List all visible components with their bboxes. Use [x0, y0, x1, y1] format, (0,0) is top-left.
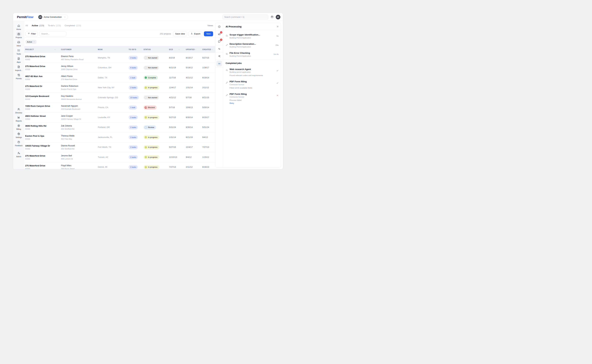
tasks-pill[interactable]: 2 tasks	[129, 125, 138, 130]
rail-button-sparkles[interactable]	[215, 52, 223, 60]
user-avatar[interactable]: KF	[276, 15, 280, 20]
cell-created: 8/16/13	[201, 166, 215, 168]
sidebar-item-admin[interactable]: Admin	[14, 150, 24, 158]
table-row[interactable]: 275 Waterford Drive01932Eleanor Pena490 …	[24, 53, 215, 63]
completed-job[interactable]: PDF Form fillingContractor licenseProces…	[226, 91, 279, 106]
briefcase-icon	[17, 32, 20, 35]
job-body: PDF Form fillingContractor licenseFilled…	[230, 80, 275, 89]
tasks-pill[interactable]: 2 tasks	[129, 155, 138, 159]
cell-project: 10025 Fairway Village Dr01932	[24, 144, 60, 150]
tab-bar: AllActive (123)To-do's (123)Completed (1…	[24, 21, 215, 30]
job-title: PDF Form filling	[230, 93, 275, 96]
table-row[interactable]: 275 Waterford Drive01932Jerome Bell408 L…	[24, 152, 215, 162]
processing-job[interactable]: Description Generation...Building Permit…	[226, 41, 279, 50]
project-name: 10025 Fairway Village Dr	[25, 144, 60, 147]
cell-status: Blocked	[143, 105, 168, 110]
success-check-icon	[276, 82, 279, 84]
save-view-button[interactable]: Save view	[173, 31, 187, 36]
sort-chevron-icon[interactable]	[195, 49, 197, 50]
close-icon[interactable]	[33, 41, 35, 43]
tasks-pill[interactable]: 2 tasks	[129, 165, 138, 169]
column-header-updated[interactable]: UPDATED	[185, 48, 201, 50]
sidebar-item-tasks[interactable]: Tasks	[14, 48, 24, 56]
sidebar-item-directory[interactable]: Directory	[14, 107, 24, 115]
sidebar-item-feedback[interactable]: Feedback	[14, 139, 24, 147]
cell-todos: 23 tasks	[128, 95, 143, 99]
sidebar-item-settings[interactable]: Settings	[14, 131, 24, 139]
table-row[interactable]: 275 Waterford Drive01932Jenny Wilson1068…	[24, 63, 215, 73]
sidebar-item-inspecti[interactable]: Inspecti...	[14, 64, 24, 72]
retry-link[interactable]: Retry	[230, 102, 275, 104]
tasks-pill[interactable]: 2 tasks	[129, 85, 138, 90]
sidebar-item-projects[interactable]: Projects	[14, 31, 24, 39]
tasks-pill[interactable]: 6 tasks	[129, 66, 138, 70]
status-label: In progress	[148, 136, 158, 138]
tasks-pill[interactable]: 1 task	[129, 105, 137, 110]
search-icon	[226, 69, 228, 77]
sidebar-item-apps[interactable]: Apps	[14, 56, 24, 64]
tab-todos[interactable]: To-do's (123)	[48, 24, 61, 27]
column-header-status: STATUS	[143, 48, 168, 50]
sidebar-item-permits[interactable]: Permits	[14, 72, 24, 80]
cell-updated: 12/4/17	[185, 146, 201, 148]
chevron-down-icon	[54, 49, 56, 50]
tasks-pill[interactable]: 2 tasks	[129, 135, 138, 139]
cell-status: In progress	[143, 115, 168, 119]
tasks-pill[interactable]: 2 tasks	[129, 145, 138, 149]
table-row[interactable]: 10025 Fairway Village Dr01932Dianne Russ…	[24, 143, 215, 152]
table-row[interactable]: 123 Example Boulevard01932Guy Hawkins396…	[24, 93, 215, 103]
cell-todos: 2 tasks	[128, 145, 143, 149]
customer-address: 336 Byron Street	[61, 168, 97, 169]
tasks-pill[interactable]: 1 task	[129, 76, 137, 80]
completed-job[interactable]: PDF Form fillingContractor licenseFilled…	[226, 78, 279, 91]
table-search-input[interactable]	[40, 31, 66, 36]
views-link[interactable]: Views	[207, 24, 213, 27]
rail-button-megaphone[interactable]: 1	[215, 30, 223, 38]
cell-muni: Portland, OR	[97, 126, 128, 129]
new-button[interactable]: New	[204, 31, 213, 36]
table-row[interactable]: 7205 Rock Canyon Drive01932Savannah Nguy…	[24, 103, 215, 113]
column-header-ecd[interactable]: ECD	[168, 48, 185, 50]
table-row[interactable]: 275 Waterford Dr01932Darlene RobertsonEa…	[24, 83, 215, 93]
table-row[interactable]: 3606 Rolling Hills Rd01932Zak Zekeria203…	[24, 123, 215, 133]
cell-muni: Louisville, KY	[97, 116, 128, 119]
global-search-input[interactable]	[222, 14, 268, 20]
rail-button-pulse[interactable]	[215, 45, 223, 52]
customer-name: Zak Zekeria	[61, 125, 97, 127]
rail-button-ai-orbit[interactable]	[215, 60, 223, 67]
table-row[interactable]: 2803 Hollister Street01932Jane Cooper100…	[24, 112, 215, 123]
sort-chevron-icon[interactable]	[54, 49, 56, 50]
sidebar-item-reports[interactable]: Reports	[14, 115, 24, 123]
export-button[interactable]: Export	[188, 31, 202, 36]
active-filter-chip[interactable]: Active	[26, 40, 37, 44]
processing-job[interactable]: File Error CheckingBuilding Permit Appli…	[226, 50, 279, 59]
collapse-panel-icon[interactable]	[276, 25, 279, 28]
completed-job[interactable]: Web research AgentBuilding permit applic…	[226, 66, 279, 78]
sidebar-item-inbox[interactable]: Inbox	[14, 39, 24, 47]
sort-chevron-icon[interactable]	[178, 49, 180, 50]
tab-all[interactable]: All	[26, 24, 28, 27]
company-selector[interactable]: WR Acme Construction	[38, 14, 68, 20]
tasks-pill[interactable]: 23 tasks	[129, 95, 139, 99]
sidebar-item-billing[interactable]: Billing	[14, 123, 24, 131]
tab-completed[interactable]: Completed (123)	[65, 24, 81, 27]
tasks-pill[interactable]: 3 tasks	[129, 56, 138, 60]
cell-ecd: 1/31/14	[168, 136, 185, 138]
tab-active[interactable]: Active (123)	[32, 24, 44, 27]
processing-job[interactable]: Scope trigger identification...Building …	[226, 31, 279, 41]
rail-button-chat[interactable]: 2	[215, 38, 223, 45]
sidebar-item-home[interactable]: Home	[14, 23, 24, 31]
project-id: 01932	[25, 158, 60, 160]
rail-button-info[interactable]	[215, 23, 223, 30]
table-row[interactable]: 275 Waterford Drive01932Floyd Miles336 B…	[24, 162, 215, 169]
column-header-muni: MUNI	[97, 48, 128, 50]
tasks-pill[interactable]: 2 tasks	[129, 115, 138, 119]
column-header-created[interactable]: CREATED	[201, 48, 215, 50]
column-header-project[interactable]: PROJECT	[24, 48, 60, 50]
filter-button[interactable]: Filter	[26, 31, 38, 36]
table-row[interactable]: Easton Pool & Spa01932Theresa Webb452 Pa…	[24, 132, 215, 143]
status-icon-not_started	[145, 57, 147, 59]
table-row[interactable]: 4657-85 Muir Ave01932Albert Flores275 Wa…	[24, 73, 215, 83]
calendar-button[interactable]	[271, 15, 273, 19]
sort-chevron-icon[interactable]	[212, 49, 213, 50]
